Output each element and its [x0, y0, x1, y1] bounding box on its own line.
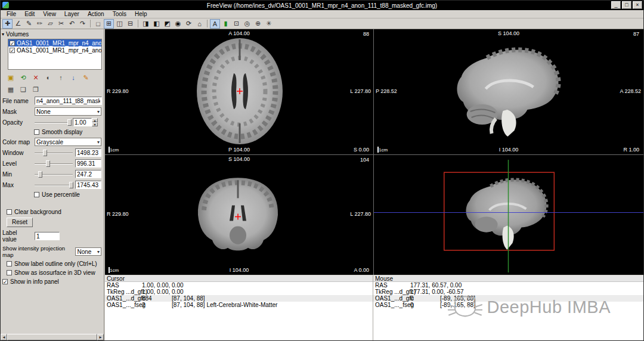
menu-edit[interactable]: Edit	[20, 11, 39, 17]
colorbar-icon[interactable]: ▮	[221, 19, 231, 29]
min-input[interactable]	[75, 170, 101, 178]
scroll-thumb[interactable]	[7, 334, 97, 340]
rotate-view-icon[interactable]: ⟳	[184, 19, 194, 29]
sagittal-view[interactable]: S 104.00 87 P 228.52 A 228.52 I 104.00 R…	[374, 29, 643, 154]
expander-icon[interactable]: ▾	[2, 32, 4, 37]
reset-view-icon[interactable]: ⌂	[194, 19, 205, 29]
move-down-icon[interactable]: ↓	[69, 73, 78, 82]
reload-icon[interactable]: ⟲	[19, 73, 27, 82]
projection-dropdown[interactable]: None ▾	[75, 247, 101, 256]
save-volume-icon[interactable]: ▦	[7, 85, 15, 94]
recon-edit-icon[interactable]: ✏	[35, 19, 45, 29]
close-volume-icon[interactable]: ✕	[32, 73, 40, 82]
slider-thumb[interactable]	[38, 171, 42, 178]
view-label-right: A 228.52	[620, 88, 641, 94]
view-3d[interactable]	[374, 155, 643, 275]
clear-background-checkbox[interactable]	[7, 209, 12, 215]
max-label: Max	[2, 182, 32, 188]
slider-thumb[interactable]	[67, 119, 72, 126]
scroll-left-icon[interactable]: ◂	[1, 334, 7, 340]
level-slider[interactable]	[35, 160, 73, 168]
max-slider[interactable]	[35, 181, 73, 189]
toolbar-separator	[207, 20, 208, 27]
show-info-panel-checkbox[interactable]: ✓	[2, 279, 8, 284]
opacity-slider[interactable]	[35, 119, 70, 126]
volume-visible-checkbox[interactable]: ✓	[10, 48, 15, 53]
redo-icon[interactable]: ↷	[78, 19, 88, 29]
menubar: File Edit View Layer Action Tools Help	[1, 10, 643, 18]
menu-view[interactable]: View	[39, 11, 60, 17]
show-label-outline-checkbox[interactable]	[7, 261, 12, 266]
navigate-icon[interactable]: ✚	[2, 19, 13, 29]
use-percentile-checkbox[interactable]	[34, 192, 39, 197]
rename-icon[interactable]: ✎	[82, 73, 90, 82]
smooth-display-checkbox[interactable]	[34, 129, 39, 135]
layout-1x1-icon[interactable]: □	[93, 19, 103, 29]
min-slider[interactable]	[35, 170, 73, 178]
record-icon[interactable]: ✳	[264, 19, 274, 29]
layout-1x3-h-icon[interactable]: ⊟	[125, 19, 135, 29]
window-slider[interactable]	[35, 149, 73, 157]
screenshot-icon[interactable]: ⊡	[231, 19, 242, 29]
lock-icon[interactable]: ▣	[7, 73, 15, 82]
volume-visible-checkbox[interactable]: ✓	[10, 41, 15, 46]
max-input[interactable]	[75, 181, 101, 189]
coronal-view[interactable]: S 104.00 104 R 229.80 L 227.80 I 104.00 …	[105, 155, 373, 275]
mask-volume-icon[interactable]: ◐	[44, 73, 52, 82]
menu-file[interactable]: File	[2, 11, 20, 17]
sidebar-hscrollbar[interactable]: ◂ ▸	[1, 334, 104, 340]
view-sagittal-icon[interactable]: ◨	[141, 19, 151, 29]
coronal-brain-image	[105, 155, 373, 275]
menu-layer[interactable]: Layer	[60, 11, 83, 17]
annotation-icon[interactable]: A	[210, 19, 220, 29]
window-input[interactable]	[75, 148, 101, 157]
show-isosurface-checkbox[interactable]	[7, 270, 12, 275]
mask-value: None	[36, 108, 51, 115]
show-isosurface-label: Show as isosurface in 3D view	[14, 269, 95, 276]
scale-bar: 1cm	[109, 268, 119, 273]
measure-icon[interactable]: ∠	[13, 19, 23, 29]
minimize-button[interactable]: _	[611, 1, 621, 9]
layout-1x3-icon[interactable]: ◫	[114, 19, 125, 29]
label-value-input[interactable]	[35, 232, 60, 240]
volumes-header[interactable]: ▾ Volumes	[1, 29, 104, 38]
layout-2x2-icon[interactable]: ⊞	[104, 19, 114, 29]
paste-settings-icon[interactable]: ❐	[32, 85, 40, 94]
level-input[interactable]	[75, 159, 101, 168]
volume-item[interactable]: ✓ OAS1_0001_MR1_mpr_n4_anon_11...	[8, 46, 101, 54]
undo-icon[interactable]: ↶	[67, 19, 77, 29]
view-coronal-icon[interactable]: ◧	[151, 19, 162, 29]
slider-thumb[interactable]	[43, 150, 47, 156]
copy-settings-icon[interactable]: ❏	[19, 85, 27, 94]
slider-thumb[interactable]	[46, 160, 50, 167]
opacity-input[interactable]	[73, 118, 92, 126]
view-3d-icon[interactable]: ◉	[173, 19, 183, 29]
camera-save-icon[interactable]: ⊕	[253, 19, 263, 29]
spin-down-icon[interactable]: ▾	[92, 122, 98, 126]
close-button[interactable]: ×	[633, 1, 642, 9]
move-up-icon[interactable]: ↑	[57, 73, 65, 82]
color-map-dropdown[interactable]: Grayscale ▾	[35, 138, 101, 146]
slider-thumb[interactable]	[69, 182, 73, 188]
camera-icon[interactable]: ◎	[242, 19, 252, 29]
pointset-edit-icon[interactable]: ✂	[56, 19, 66, 29]
maximize-button[interactable]: □	[622, 1, 631, 9]
menu-help[interactable]: Help	[131, 11, 151, 17]
view-grid: A 104.00 88 R 229.80 L 227.80 P 104.00 S…	[105, 29, 643, 275]
app-icon[interactable]	[2, 2, 9, 8]
volumes-header-label: Volumes	[6, 31, 29, 38]
view-axial-icon[interactable]: ◩	[162, 19, 172, 29]
reset-button[interactable]: Reset	[7, 218, 33, 227]
spin-up-icon[interactable]: ▴	[92, 118, 98, 122]
voxel-edit-icon[interactable]: ✎	[24, 19, 34, 29]
roi-edit-icon[interactable]: ▱	[45, 19, 55, 29]
view-label-left: R 229.80	[107, 88, 129, 94]
volume-item[interactable]: ✓ OAS1_0001_MR1_mpr_n4_anon_...	[8, 39, 101, 46]
mask-dropdown[interactable]: None ▾	[35, 107, 101, 116]
axial-view[interactable]: A 104.00 88 R 229.80 L 227.80 P 104.00 S…	[105, 29, 373, 154]
file-name-input[interactable]	[35, 97, 102, 105]
menu-tools[interactable]: Tools	[109, 11, 131, 17]
menu-action[interactable]: Action	[83, 11, 109, 17]
scroll-right-icon[interactable]: ▸	[97, 334, 104, 340]
cursor-info-title: Cursor	[105, 275, 373, 282]
